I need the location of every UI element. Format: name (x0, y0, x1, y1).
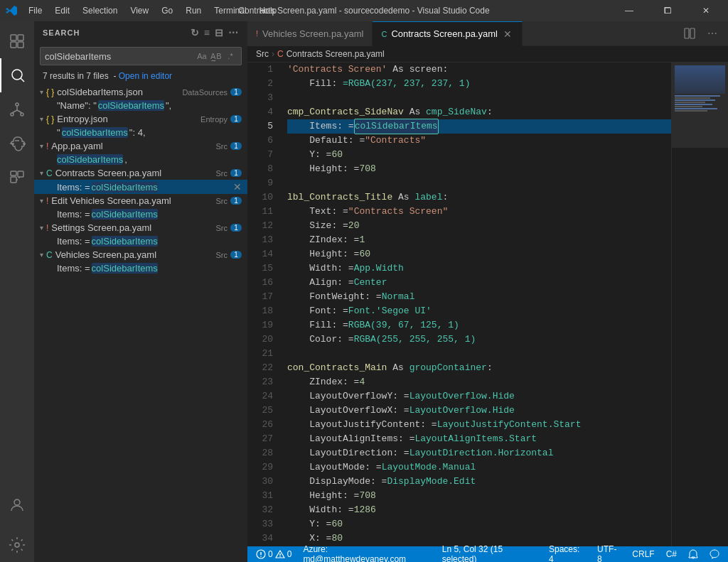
match-row[interactable]: Items: =colSidebarItems (34, 234, 247, 248)
search-box[interactable]: Aa A̲B .* (40, 47, 242, 65)
file-group-header-app[interactable]: ▾ ! App.pa.yaml Src 1 (34, 139, 247, 153)
chevron-icon: ▾ (40, 88, 43, 96)
search-input[interactable] (45, 51, 196, 62)
open-in-editor-link[interactable]: Open in editor (119, 71, 172, 81)
regex-icon[interactable]: .* (224, 50, 237, 63)
activity-debug[interactable] (0, 126, 34, 161)
refresh-icon[interactable]: ↻ (191, 27, 200, 38)
status-azure[interactable]: Azure: md@matthewdevaney.com (300, 544, 433, 562)
match-row[interactable]: colSidebarItems, (34, 153, 247, 166)
json-file-icon: { } (46, 114, 54, 124)
line-num-15: 15 (247, 261, 273, 276)
status-errors[interactable]: 0 0 (253, 549, 294, 559)
code-line-14: Height: =60 (287, 247, 671, 261)
active-match-row[interactable]: Items: =colSidebarItems ✕ (34, 180, 247, 194)
menu-edit[interactable]: Edit (49, 4, 75, 17)
yaml-file-icon: ! (46, 223, 48, 233)
match-row[interactable]: Items: =colSidebarItems (34, 261, 247, 275)
activity-settings[interactable] (0, 528, 34, 562)
match-row[interactable]: "Name": "colSidebarItems", (34, 99, 247, 112)
main-layout: SEARCH ↻ ≡ ⊟ ⋯ Aa A̲B .* 7 results in 7 … (0, 21, 728, 562)
filename-entropy: Entropy.json (57, 114, 195, 124)
tab-close-icon[interactable]: ✕ (502, 28, 513, 40)
file-group-header-contracts[interactable]: ▾ C Contracts Screen.pa.yaml Src 1 (34, 166, 247, 180)
activity-search[interactable] (0, 58, 34, 92)
line-num-7: 7 (247, 148, 273, 162)
file-group-header-colsidebaritemsjson[interactable]: ▾ { } colSidebarItems.json DataSources 1 (34, 85, 247, 99)
close-button[interactable]: ✕ (690, 0, 722, 21)
activity-git[interactable] (0, 92, 34, 126)
svg-point-8 (21, 113, 23, 116)
more-actions-icon[interactable]: ⋯ (702, 23, 722, 43)
status-eol[interactable]: CRLF (629, 549, 657, 559)
minimize-button[interactable]: — (613, 0, 646, 21)
code-line-32: Width: =1286 (287, 503, 671, 517)
breadcrumb-filename[interactable]: Contracts Screen.pa.yaml (287, 49, 385, 59)
more-icon[interactable]: ⋯ (228, 27, 239, 38)
line-num-12: 12 (247, 219, 273, 233)
breadcrumb-src[interactable]: Src (256, 49, 269, 59)
close-match-icon[interactable]: ✕ (233, 181, 242, 193)
match-badge: 1 (230, 197, 242, 205)
json-file-icon: { } (46, 87, 54, 97)
status-spaces[interactable]: Spaces: 4 (546, 544, 589, 562)
window-controls: — ⧠ ✕ (613, 0, 722, 21)
activity-account[interactable] (0, 488, 34, 522)
line-num-10: 10 (247, 190, 273, 205)
menu-selection[interactable]: Selection (77, 4, 123, 17)
svg-point-19 (260, 556, 262, 557)
tab-bar: ! Vehicles Screen.pa.yaml C Contracts Sc… (247, 21, 728, 46)
match-badge: 1 (230, 142, 242, 150)
match-row[interactable]: Items: =colSidebarItems (34, 207, 247, 221)
status-encoding[interactable]: UTF-8 (594, 544, 623, 562)
error-count: 0 (268, 549, 273, 559)
line-num-26: 26 (247, 418, 273, 432)
activity-extensions[interactable] (0, 161, 34, 195)
menu-file[interactable]: File (23, 4, 48, 17)
file-group-header-editvehicles[interactable]: ▾ ! Edit Vehicles Screen.pa.yaml Src 1 (34, 194, 247, 207)
menu-view[interactable]: View (124, 4, 154, 17)
file-source: Src (216, 169, 228, 178)
menu-go[interactable]: Go (156, 4, 178, 17)
match-text-suffix: ", (166, 100, 171, 111)
minimap-viewport (672, 63, 728, 148)
code-line-6: Default: ="Contracts" (287, 134, 671, 148)
match-text-prefix: Items: = (57, 182, 90, 193)
svg-rect-2 (11, 42, 16, 48)
tab-vehicles-screen[interactable]: ! Vehicles Screen.pa.yaml (247, 21, 373, 46)
maximize-button[interactable]: ⧠ (651, 0, 684, 21)
status-language[interactable]: C# (663, 549, 680, 559)
code-line-13: ZIndex: =1 (287, 233, 671, 247)
line-num-16: 16 (247, 276, 273, 290)
match-row[interactable]: "colSidebarItems": 4, (34, 126, 247, 139)
code-line-21 (287, 347, 671, 361)
tab-contracts-screen[interactable]: C Contracts Screen.pa.yaml ✕ (373, 21, 523, 46)
status-notification-icon[interactable] (685, 549, 701, 559)
line-num-3: 3 (247, 91, 273, 105)
split-editor-icon[interactable] (680, 23, 700, 43)
status-feedback-icon[interactable] (707, 549, 722, 559)
line-num-27: 27 (247, 432, 273, 446)
code-line-22: con_Contracts_Main As groupContainer: (287, 361, 671, 375)
file-group-entropy: ▾ { } Entropy.json Entropy 1 "colSidebar… (34, 112, 247, 139)
code-line-8: Height: =708 (287, 162, 671, 176)
whole-word-icon[interactable]: A̲B (210, 50, 223, 63)
status-position[interactable]: Ln 5, Col 32 (15 selected) (439, 544, 540, 562)
code-content[interactable]: 'Contracts Screen' As screen: Fill: =RGB… (282, 63, 671, 546)
chevron-icon: ▾ (40, 115, 43, 123)
line-num-9: 9 (247, 176, 273, 190)
code-line-31: Height: =708 (287, 489, 671, 503)
chevron-icon: ▾ (40, 169, 43, 177)
clear-icon[interactable]: ≡ (204, 27, 210, 38)
file-group-header-entropy[interactable]: ▾ { } Entropy.json Entropy 1 (34, 112, 247, 126)
case-sensitive-icon[interactable]: Aa (196, 50, 208, 63)
file-group-header-vehicles[interactable]: ▾ C Vehicles Screen.pa.yaml Src 1 (34, 248, 247, 261)
code-line-20: Color: =RGBA(255, 255, 255, 1) (287, 333, 671, 347)
match-text-suffix: ": 4, (129, 127, 146, 138)
code-editor[interactable]: 1 2 3 4 5 6 7 8 9 10 11 12 13 14 15 16 1… (247, 63, 728, 546)
menu-run[interactable]: Run (180, 4, 207, 17)
collapse-icon[interactable]: ⊟ (215, 27, 224, 38)
line-num-4: 4 (247, 105, 273, 119)
file-group-header-settings[interactable]: ▾ ! Settings Screen.pa.yaml Src 1 (34, 221, 247, 234)
activity-explorer[interactable] (0, 24, 34, 58)
